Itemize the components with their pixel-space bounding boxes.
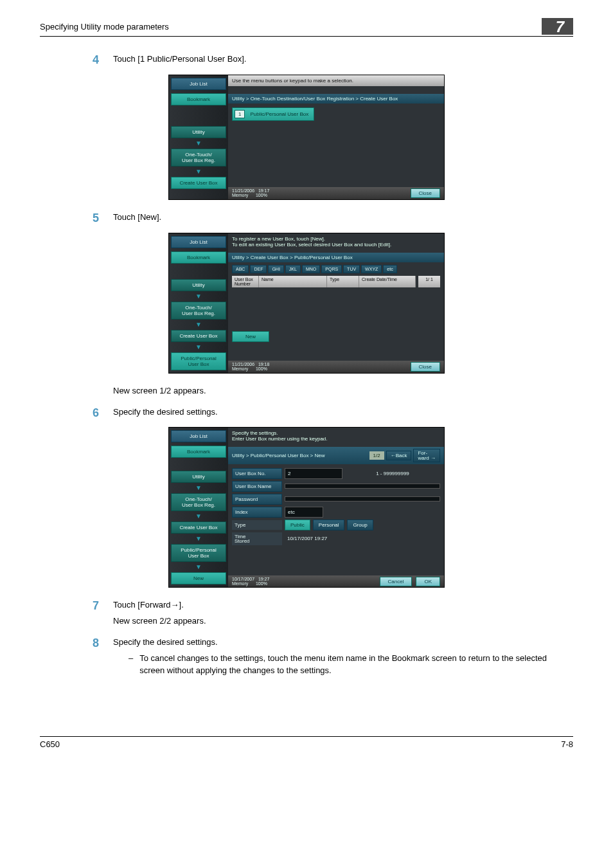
chevron-down-icon: ▼ [171, 293, 226, 300]
screenshot-create-user-box: Job List Bookmark Utility ▼ One-Touch/ U… [168, 75, 445, 200]
step-after-text: New screen 2/2 appears. [113, 615, 573, 628]
chevron-down-icon: ▼ [171, 564, 226, 570]
bookmark-button[interactable]: Bookmark [171, 446, 226, 458]
section-title: Specifying Utility mode parameters [40, 22, 169, 32]
index-value: etc [285, 507, 323, 518]
screenshot-new-user-box: Job List Bookmark Utility ▼ One-Touch/ U… [168, 427, 445, 588]
tab-tuv[interactable]: TUV [343, 265, 360, 273]
tab-pqrs[interactable]: PQRS [321, 265, 342, 273]
step-text: Touch [Forward→]. [113, 599, 573, 611]
instruction-text: Specify the settings. Enter User Box num… [228, 428, 444, 444]
breadcrumb: Utility > Public/Personal User Box > New [232, 453, 325, 458]
user-box-no-range: 1 - 999999999 [345, 471, 440, 476]
bookmark-button[interactable]: Bookmark [171, 251, 226, 264]
create-user-box-crumb[interactable]: Create User Box [171, 521, 226, 534]
step-number: 5 [40, 212, 113, 228]
public-personal-crumb[interactable]: Public/Personal User Box [171, 352, 226, 370]
back-button[interactable]: ←Back [386, 451, 412, 460]
cancel-button[interactable]: Cancel [380, 577, 413, 586]
create-user-box-crumb[interactable]: Create User Box [171, 330, 226, 342]
close-button[interactable]: Close [411, 188, 440, 198]
ok-button[interactable]: OK [416, 577, 440, 586]
user-box-no-field[interactable]: 2 [285, 468, 342, 479]
bullet-dash: – [129, 653, 133, 677]
create-user-box-crumb[interactable]: Create User Box [171, 177, 226, 189]
screenshot-user-box-list: Job List Bookmark Utility ▼ One-Touch/ U… [168, 233, 445, 374]
step-number: 6 [40, 406, 113, 422]
job-list-button[interactable]: Job List [171, 78, 226, 90]
step-after-text: New screen 1/2 appears. [113, 385, 573, 397]
chevron-down-icon: ▼ [171, 168, 226, 175]
chevron-down-icon: ▼ [171, 485, 226, 491]
time-stored-label: Time Stored [232, 532, 282, 545]
utility-crumb[interactable]: Utility [171, 471, 226, 483]
table-header: User Box Number Name Type Create Date/Ti… [232, 276, 416, 287]
step-text: Specify the desired settings. [113, 406, 573, 419]
tab-mno[interactable]: MNO [302, 265, 320, 273]
tab-ghi[interactable]: GHI [268, 265, 283, 273]
public-personal-crumb[interactable]: Public/Personal User Box [171, 544, 226, 562]
menu-number: 1 [235, 110, 245, 118]
tab-jkl[interactable]: JKL [285, 265, 301, 273]
step-number: 8 [40, 637, 113, 677]
password-button[interactable]: Password [232, 494, 282, 505]
tab-etc[interactable]: etc [383, 265, 396, 273]
page-indicator: 1/2 [369, 451, 384, 460]
new-button[interactable]: New [232, 331, 269, 342]
one-touch-reg-crumb[interactable]: One-Touch/ User Box Reg. [171, 302, 226, 320]
chevron-down-icon: ▼ [171, 140, 226, 147]
tab-wxyz[interactable]: WXYZ [361, 265, 382, 273]
step-text: Touch [1 Public/Personal User Box]. [113, 53, 573, 66]
type-group-button[interactable]: Group [347, 520, 373, 530]
tab-def[interactable]: DEF [250, 265, 267, 273]
close-button[interactable]: Close [411, 362, 440, 372]
type-label: Type [232, 520, 282, 530]
step-bullet-text: To cancel changes to the settings, touch… [139, 653, 573, 677]
step-number: 7 [40, 599, 113, 631]
chevron-down-icon: ▼ [171, 321, 226, 328]
type-personal-button[interactable]: Personal [313, 520, 345, 530]
chapter-badge: 7 [542, 18, 573, 35]
utility-crumb[interactable]: Utility [171, 126, 226, 138]
breadcrumb: Utility > Create User Box > Public/Perso… [228, 253, 444, 262]
new-crumb[interactable]: New [171, 572, 226, 584]
user-box-name-button[interactable]: User Box Name [232, 481, 282, 492]
chevron-down-icon: ▼ [171, 536, 226, 542]
step-text: Touch [New]. [113, 212, 573, 224]
password-field [285, 496, 440, 502]
index-button[interactable]: Index [232, 507, 282, 518]
utility-crumb[interactable]: Utility [171, 279, 226, 291]
forward-button[interactable]: For- ward → [413, 449, 440, 462]
status-left: 10/17/2007 19:27 Memory 100% [232, 577, 269, 586]
step-text: Specify the desired settings. [113, 637, 573, 649]
index-tabs: ABC DEF GHI JKL MNO PQRS TUV WXYZ etc [232, 265, 440, 273]
instruction-text: Use the menu buttons or keypad to make a… [228, 75, 444, 86]
type-public-button[interactable]: Public [285, 520, 310, 530]
status-left: 11/21/2006 19:18 Memory 100% [232, 362, 269, 371]
footer-page: 7-8 [561, 739, 573, 749]
user-box-no-label: User Box No. [232, 468, 282, 479]
pager: 1/ 1 [418, 276, 440, 287]
one-touch-reg-crumb[interactable]: One-Touch/ User Box Reg. [171, 149, 226, 167]
tab-abc[interactable]: ABC [232, 265, 249, 273]
status-left: 11/21/2006 19:17 Memory 100% [232, 188, 269, 197]
bookmark-button[interactable]: Bookmark [171, 93, 226, 105]
breadcrumb: Utility > One-Touch Destination/User Box… [228, 94, 444, 104]
job-list-button[interactable]: Job List [171, 236, 226, 248]
chevron-down-icon: ▼ [171, 344, 226, 350]
public-personal-user-box-button[interactable]: 1 Public/Personal User Box [232, 107, 314, 121]
footer-model: C650 [40, 739, 60, 749]
time-stored-value: 10/17/2007 19:27 [285, 534, 330, 543]
menu-label: Public/Personal User Box [250, 111, 308, 117]
step-number: 4 [40, 53, 113, 69]
job-list-button[interactable]: Job List [171, 430, 226, 442]
chevron-down-icon: ▼ [171, 513, 226, 520]
user-box-name-field [285, 484, 440, 489]
one-touch-reg-crumb[interactable]: One-Touch/ User Box Reg. [171, 493, 226, 511]
instruction-text: To register a new User Box, touch [New].… [228, 233, 444, 250]
